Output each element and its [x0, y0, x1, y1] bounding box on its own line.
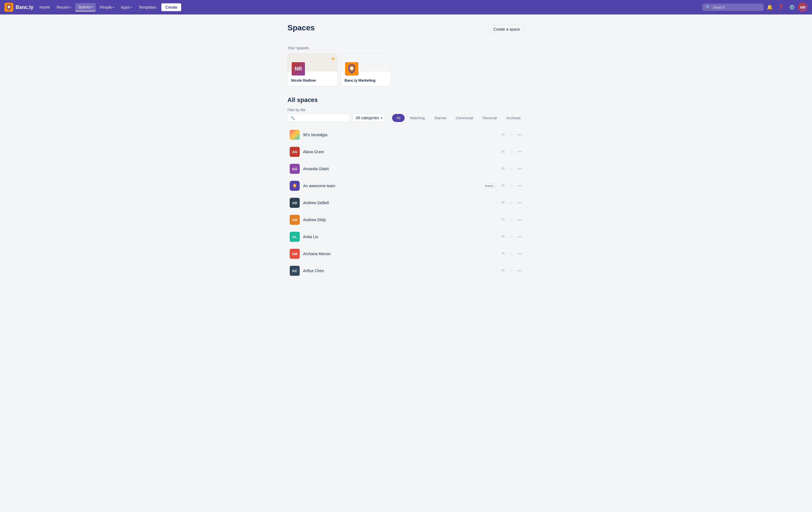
watch-icon[interactable]: 👁: [500, 268, 506, 274]
list-item[interactable]: AD Andrew Dildy 👁 ☆ •••: [287, 211, 525, 228]
create-button[interactable]: Create: [162, 3, 181, 11]
space-thumb-anita: AL: [290, 232, 300, 242]
create-space-button[interactable]: Create a space: [489, 25, 525, 34]
logo-icon: [4, 3, 13, 12]
watch-icon[interactable]: 👁: [500, 217, 506, 223]
space-name-90s: 90's Nostalgia: [303, 133, 500, 137]
search-input[interactable]: [713, 5, 757, 9]
space-thumb-amanda: AG: [290, 164, 300, 174]
watch-icon[interactable]: 👁: [500, 166, 506, 172]
space-actions-alana: 👁 ☆ •••: [500, 149, 522, 155]
category-chevron-icon: ▾: [381, 116, 382, 119]
your-spaces-section: Your spaces NR ★ Nicole Radlow: [287, 46, 525, 86]
logo[interactable]: Banc.ly: [4, 3, 33, 12]
main-content: Spaces Create a space Your spaces NR ★ N…: [281, 15, 531, 288]
space-actions-amanda: 👁 ☆ •••: [500, 166, 522, 172]
space-name-archana: Archana Menon: [303, 251, 500, 256]
nav-templates[interactable]: Templates: [136, 3, 159, 11]
watch-icon[interactable]: 👁: [500, 200, 506, 206]
star-icon[interactable]: ☆: [509, 183, 514, 189]
filter-row: Filter by title 🔍 All categories ▾ All W…: [287, 108, 525, 122]
nav-apps[interactable]: Apps ▾: [118, 3, 135, 11]
recent-chevron-icon: ▾: [70, 6, 71, 9]
space-thumb-alana: AG: [290, 147, 300, 157]
space-tag-awesome: teams: [483, 183, 496, 188]
list-item[interactable]: An awesome team teams 👁 ☆ •••: [287, 178, 525, 194]
filter-tabs: All Watching Starred Communal Personal A…: [392, 114, 525, 122]
more-icon[interactable]: •••: [517, 251, 522, 257]
space-name-anita: Anita Liu: [303, 235, 500, 239]
star-icon[interactable]: ☆: [509, 132, 514, 138]
tab-starred[interactable]: Starred: [430, 114, 451, 122]
nav-people[interactable]: People ▾: [97, 3, 117, 11]
help-button[interactable]: ❓: [776, 2, 786, 12]
page-title: Spaces: [287, 23, 315, 32]
bancly-logo-icon: [345, 62, 358, 76]
star-icon[interactable]: ☆: [509, 217, 514, 223]
space-card-avatar-bancly: [345, 61, 359, 76]
filter-search-box: 🔍: [287, 114, 350, 122]
list-item[interactable]: AM Archana Menon 👁 ☆ •••: [287, 245, 525, 262]
nav-home[interactable]: Home: [37, 3, 53, 11]
page-header: Spaces Create a space: [287, 23, 525, 39]
space-thumb-andrew-di: AD: [290, 215, 300, 225]
list-item[interactable]: AG Alana Grant 👁 ☆ •••: [287, 143, 525, 160]
space-thumb-awesome: [290, 181, 300, 191]
notifications-button[interactable]: 🔔: [765, 2, 775, 12]
category-select[interactable]: All categories ▾: [353, 114, 385, 122]
space-name-alana: Alana Grant: [303, 150, 500, 154]
space-name-amanda: Amanda Gitahi: [303, 167, 500, 171]
tab-personal[interactable]: Personal: [478, 114, 501, 122]
star-icon[interactable]: ☆: [509, 166, 514, 172]
list-item[interactable]: AG Amanda Gitahi 👁 ☆ •••: [287, 160, 525, 178]
more-icon[interactable]: •••: [517, 217, 522, 223]
more-icon[interactable]: •••: [517, 132, 522, 138]
space-actions-archana: 👁 ☆ •••: [500, 251, 522, 257]
space-card-bancly[interactable]: Banc.ly Marketing: [341, 53, 391, 86]
spaces-chevron-icon: ▾: [91, 6, 93, 9]
list-item[interactable]: AD Andrew DeBell 👁 ☆ •••: [287, 194, 525, 211]
star-icon[interactable]: ☆: [509, 149, 514, 155]
star-icon: ★: [331, 56, 335, 61]
space-card-nicole[interactable]: NR ★ Nicole Radlow: [287, 53, 338, 86]
space-name-andrew-di: Andrew Dildy: [303, 218, 500, 222]
watch-icon[interactable]: 👁: [500, 149, 506, 155]
people-chevron-icon: ▾: [113, 6, 114, 9]
space-name-arthur: Arthur Chen: [303, 269, 500, 273]
watch-icon[interactable]: 👁: [500, 251, 506, 257]
more-icon[interactable]: •••: [517, 268, 522, 274]
user-avatar[interactable]: NR: [798, 2, 808, 12]
star-icon[interactable]: ☆: [509, 251, 514, 257]
nav-spaces[interactable]: Spaces ▾: [75, 3, 96, 11]
star-icon[interactable]: ☆: [509, 268, 514, 274]
svg-point-1: [8, 6, 10, 8]
star-icon[interactable]: ☆: [509, 200, 514, 206]
filter-search-input[interactable]: [297, 116, 347, 120]
watch-icon[interactable]: 👁: [500, 183, 506, 189]
watch-icon[interactable]: 👁: [500, 234, 506, 240]
settings-button[interactable]: ⚙️: [787, 2, 797, 12]
star-icon[interactable]: ☆: [509, 234, 514, 240]
list-item[interactable]: 90's Nostalgia 👁 ☆ •••: [287, 127, 525, 143]
nav-recent[interactable]: Recent ▾: [54, 3, 74, 11]
svg-point-4: [294, 185, 295, 186]
gear-icon: ⚙️: [789, 4, 795, 10]
more-icon[interactable]: •••: [517, 183, 522, 189]
space-name-andrew-d: Andrew DeBell: [303, 200, 500, 205]
list-item[interactable]: AC Arthur Chen 👁 ☆ •••: [287, 262, 525, 279]
more-icon[interactable]: •••: [517, 234, 522, 240]
tab-archived[interactable]: Archived: [502, 114, 525, 122]
tab-watching[interactable]: Watching: [406, 114, 429, 122]
space-actions-awesome: 👁 ☆ •••: [500, 183, 522, 189]
search-icon: 🔍: [706, 5, 710, 9]
watch-icon[interactable]: 👁: [500, 132, 506, 138]
filter-left: Filter by title 🔍 All categories ▾: [287, 108, 385, 122]
more-icon[interactable]: •••: [517, 149, 522, 155]
list-item[interactable]: AL Anita Liu 👁 ☆ •••: [287, 228, 525, 245]
more-icon[interactable]: •••: [517, 166, 522, 172]
more-icon[interactable]: •••: [517, 200, 522, 206]
tab-all[interactable]: All: [392, 114, 404, 122]
space-thumb-arthur: AC: [290, 266, 300, 276]
space-thumb-andrew-d: AD: [290, 198, 300, 208]
tab-communal[interactable]: Communal: [452, 114, 477, 122]
